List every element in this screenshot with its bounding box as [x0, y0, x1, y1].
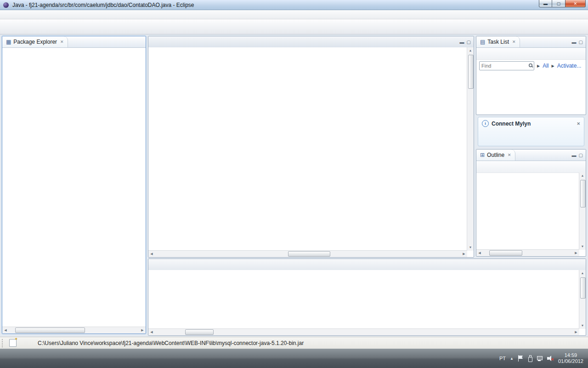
maximize-editor-icon[interactable]: ▢ — [467, 40, 471, 45]
mylyn-title: Connect Mylyn — [492, 121, 531, 127]
editor-hscrollbar[interactable]: ◀▶ — [148, 250, 467, 257]
language-indicator[interactable]: PT — [499, 356, 506, 361]
outline-panel: ⊞ Outline ✕ ▬ ▢ ▲ ▼ ◀▶ — [476, 149, 586, 257]
minimize-window-button[interactable]: ▬ — [539, 0, 552, 7]
package-explorer-title: Package Explorer — [13, 39, 57, 45]
status-icon — [9, 339, 17, 347]
close-view-icon[interactable]: ✕ — [60, 40, 64, 44]
volume-muted-icon[interactable]: ✕ — [547, 355, 554, 362]
task-list-panel: ▤ Task List ✕ ▬ ▢ ▶ All ▶ Activate... — [476, 36, 586, 115]
package-explorer-icon: ▦ — [6, 39, 11, 45]
expander-icon[interactable]: ▶ — [537, 64, 540, 68]
console-output — [148, 270, 579, 329]
status-path: C:\Users\Juliano Vince\workspace\fj21-ag… — [38, 340, 304, 346]
outline-vscrollbar[interactable]: ▲ ▼ — [579, 172, 586, 250]
editor-vscrollbar[interactable]: ▲ ▼ — [467, 47, 474, 251]
minimize-view-icon[interactable]: ▬ — [572, 153, 577, 158]
package-explorer-tree — [2, 48, 146, 327]
console-panel: ▲ ▼ ◀▶ — [148, 259, 586, 336]
task-list-icon: ▤ — [480, 39, 485, 45]
close-view-icon[interactable]: ✕ — [508, 153, 511, 157]
outline-tab[interactable]: ⊞ Outline ✕ — [476, 150, 515, 161]
close-notification-icon[interactable]: ✕ — [577, 121, 580, 126]
eclipse-logo-icon — [2, 1, 10, 9]
task-list-title: Task List — [487, 39, 509, 45]
task-filter-all-link[interactable]: All — [543, 63, 548, 69]
network-icon[interactable] — [537, 355, 543, 362]
outline-tree — [476, 172, 579, 250]
maximize-view-icon[interactable]: ▢ — [579, 153, 583, 158]
window-titlebar[interactable]: Java - fj21-agenda/src/br/com/caelum/jdb… — [0, 0, 588, 10]
action-center-flag-icon[interactable] — [518, 355, 523, 362]
task-list-tab[interactable]: ▤ Task List ✕ — [476, 36, 520, 47]
grip-handle-icon — [2, 339, 5, 347]
outline-hscrollbar[interactable]: ◀▶ — [476, 249, 579, 256]
system-tray: PT ▲ ✕ 14:59 01/06/2012 — [499, 352, 588, 364]
usb-device-icon[interactable] — [527, 355, 532, 362]
mylyn-notification: i Connect Mylyn ✕ — [478, 117, 584, 146]
eclipse-window: Java - fj21-agenda/src/br/com/caelum/jdb… — [0, 0, 588, 368]
minimize-view-icon[interactable]: ▬ — [572, 40, 577, 45]
status-bar: C:\Users\Juliano Vince\workspace\fj21-ag… — [0, 337, 588, 349]
outline-icon: ⊞ — [480, 152, 485, 158]
main-toolbar — [0, 19, 588, 34]
minimize-editor-icon[interactable]: ▬ — [460, 40, 464, 45]
window-title: Java - fj21-agenda/src/br/com/caelum/jdb… — [12, 2, 194, 8]
maximize-view-icon[interactable]: ▢ — [579, 40, 583, 45]
console-vscrollbar[interactable]: ▲ ▼ — [579, 270, 586, 329]
show-hidden-icons-icon[interactable]: ▲ — [510, 356, 514, 361]
task-find-input[interactable] — [479, 61, 534, 70]
close-view-icon[interactable]: ✕ — [512, 40, 516, 44]
windows-taskbar: PT ▲ ✕ 14:59 01/06/2012 — [0, 349, 588, 368]
expander-icon[interactable]: ▶ — [552, 64, 554, 68]
package-explorer-tab[interactable]: ▦ Package Explorer ✕ — [2, 36, 68, 47]
console-hscrollbar[interactable]: ◀▶ — [148, 328, 579, 335]
clock[interactable]: 14:59 01/06/2012 — [558, 352, 583, 364]
search-icon — [528, 63, 534, 69]
package-explorer-hscrollbar[interactable]: ◀▶ — [2, 327, 146, 334]
task-activate-link[interactable]: Activate... — [557, 63, 582, 69]
package-explorer-panel: ▦ Package Explorer ✕ ◀▶ — [2, 36, 146, 334]
maximize-window-button[interactable]: ▢ — [552, 0, 565, 7]
outline-title: Outline — [487, 152, 504, 158]
editor-area: ▬ ▢ ▲ ▼ ◀▶ — [148, 36, 474, 258]
close-window-button[interactable]: ✕ — [565, 0, 586, 7]
info-icon: i — [482, 120, 489, 127]
code-editor[interactable] — [148, 47, 467, 251]
menu-bar — [0, 10, 588, 19]
